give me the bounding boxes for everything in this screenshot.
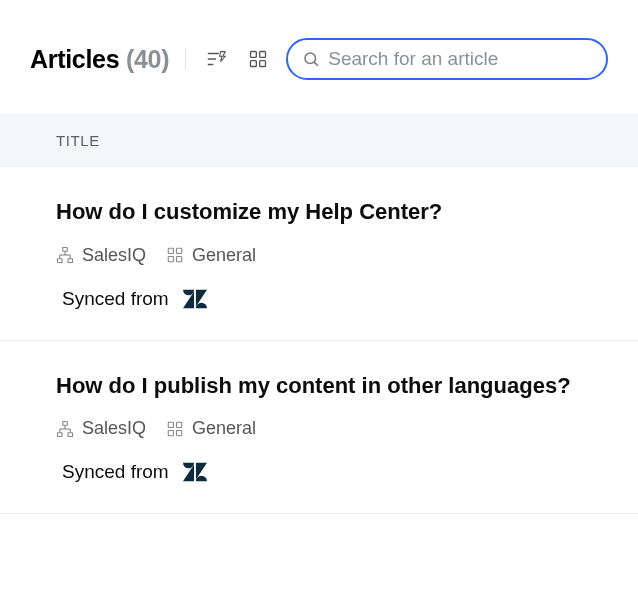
svg-rect-6 xyxy=(260,61,266,67)
svg-rect-5 xyxy=(251,61,257,67)
department-tag: SalesIQ xyxy=(56,418,146,439)
svg-point-7 xyxy=(305,53,316,64)
svg-rect-4 xyxy=(260,52,266,58)
category-icon xyxy=(166,420,184,438)
article-row[interactable]: How do I publish my content in other lan… xyxy=(0,341,638,515)
page-header: Articles (40) xyxy=(0,0,638,102)
article-meta: SalesIQ General xyxy=(56,418,608,439)
category-label: General xyxy=(192,245,256,266)
svg-rect-18 xyxy=(168,257,173,262)
title-text: Articles xyxy=(30,45,119,73)
category-icon xyxy=(166,246,184,264)
sitemap-icon xyxy=(56,420,74,438)
divider xyxy=(185,48,186,70)
category-label: General xyxy=(192,418,256,439)
sitemap-icon xyxy=(56,246,74,264)
department-tag: SalesIQ xyxy=(56,245,146,266)
svg-rect-27 xyxy=(168,422,173,427)
synced-label: Synced from xyxy=(62,461,169,483)
article-title: How do I customize my Help Center? xyxy=(56,197,608,227)
grid-view-button[interactable] xyxy=(244,45,272,73)
department-label: SalesIQ xyxy=(82,245,146,266)
svg-rect-17 xyxy=(177,248,182,253)
filter-button[interactable] xyxy=(202,45,230,73)
svg-rect-28 xyxy=(177,422,182,427)
search-icon xyxy=(302,50,320,68)
search-input[interactable] xyxy=(328,48,590,70)
department-label: SalesIQ xyxy=(82,418,146,439)
article-row[interactable]: How do I customize my Help Center? Sales… xyxy=(0,167,638,341)
category-tag: General xyxy=(166,418,256,439)
filter-icon xyxy=(205,48,227,70)
search-field[interactable] xyxy=(286,38,608,80)
svg-rect-29 xyxy=(168,430,173,435)
svg-rect-22 xyxy=(68,433,73,437)
synced-from: Synced from xyxy=(56,288,608,310)
article-meta: SalesIQ General xyxy=(56,245,608,266)
svg-rect-11 xyxy=(68,259,73,263)
synced-label: Synced from xyxy=(62,288,169,310)
svg-rect-20 xyxy=(63,421,68,425)
column-header-title: TITLE xyxy=(0,114,638,167)
zendesk-icon xyxy=(183,462,207,482)
svg-rect-16 xyxy=(168,248,173,253)
article-title: How do I publish my content in other lan… xyxy=(56,371,608,401)
zendesk-icon xyxy=(183,289,207,309)
svg-rect-19 xyxy=(177,257,182,262)
grid-icon xyxy=(248,49,268,69)
page-title: Articles (40) xyxy=(30,45,169,74)
svg-rect-30 xyxy=(177,430,182,435)
svg-line-8 xyxy=(314,62,318,66)
svg-rect-21 xyxy=(58,433,63,437)
svg-rect-10 xyxy=(58,259,63,263)
category-tag: General xyxy=(166,245,256,266)
article-count: (40) xyxy=(126,45,169,73)
svg-rect-3 xyxy=(251,52,257,58)
synced-from: Synced from xyxy=(56,461,608,483)
svg-rect-9 xyxy=(63,248,68,252)
